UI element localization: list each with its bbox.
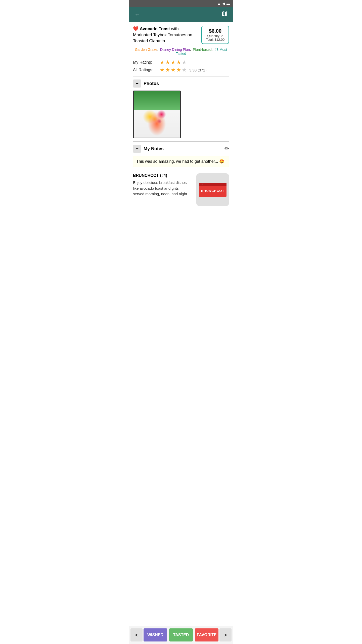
divider-2	[133, 141, 229, 142]
my-rating-stars: ★ ★ ★ ★ ★	[160, 59, 187, 66]
photos-collapse-button[interactable]: −	[133, 79, 141, 88]
star-a4: ★	[176, 67, 181, 73]
photos-header-left: − Photos	[133, 79, 159, 88]
restaurant-name: BRUNCHCOT (#4)	[133, 173, 193, 178]
all-rating-row: All Ratings: ★ ★ ★ ★ ★ 3.38 (371)	[133, 67, 229, 73]
star-a3: ★	[171, 67, 176, 73]
star-3: ★	[171, 59, 176, 66]
star-1: ★	[160, 59, 165, 66]
all-rating-count: 3.38 (371)	[189, 68, 206, 72]
photo-image	[134, 91, 180, 138]
star-5: ★	[182, 59, 187, 66]
tag-dining-plan[interactable]: Disney Dining Plan	[160, 48, 190, 52]
item-quantity: Quantity: 2	[205, 34, 225, 38]
photo-container[interactable]	[133, 91, 229, 138]
map-button[interactable]	[219, 9, 229, 20]
restaurant-section: BRUNCHCOT (#4) Enjoy delicious breakfast…	[133, 173, 229, 206]
fork-icon: 🍴	[201, 183, 204, 186]
battery-icon: ▬	[227, 2, 230, 6]
signal-icon: ◀	[222, 2, 225, 6]
item-title: ❤️ Avocado Toast with Marinated Toybox T…	[133, 26, 201, 44]
divider-1	[133, 76, 229, 76]
restaurant-logo[interactable]: 🍴 BRUNCHCOT	[196, 173, 229, 206]
tags-row: Garden Graze, Disney Dining Plan, Plant-…	[133, 48, 229, 56]
price-box: $6.00 Quantity: 2 Total: $12.00	[201, 26, 229, 44]
all-rating-label: All Ratings:	[133, 68, 158, 72]
notes-content[interactable]: This was so amazing, we had to get anoth…	[133, 156, 229, 167]
photos-section-header: − Photos	[133, 79, 229, 88]
star-a2: ★	[165, 67, 170, 73]
restaurant-description: Enjoy delicious breakfast dishes like av…	[133, 180, 193, 197]
photos-title: Photos	[144, 81, 159, 86]
all-rating-stars: ★ ★ ★ ★ ★	[160, 67, 187, 73]
heart-icon: ❤️	[133, 26, 139, 31]
notes-title: My Notes	[144, 146, 164, 151]
star-a1: ★	[160, 67, 165, 73]
notes-header-left: − My Notes	[133, 145, 164, 153]
tag-plant-based[interactable]: Plant-based	[193, 48, 212, 52]
tag-garden-graze[interactable]: Garden Graze	[135, 48, 157, 52]
item-price: $6.00	[205, 28, 225, 34]
notes-section-header: − My Notes ✏	[133, 145, 229, 153]
item-total: Total: $12.00	[205, 38, 225, 42]
my-rating-label: My Rating:	[133, 60, 158, 65]
brunchcot-logo-text: BRUNCHCOT	[201, 189, 224, 193]
star-2: ★	[165, 59, 170, 66]
ratings-section: My Rating: ★ ★ ★ ★ ★ All Ratings: ★ ★ ★ …	[133, 59, 229, 73]
brunchcot-logo-box: 🍴 BRUNCHCOT	[199, 183, 227, 197]
status-bar: ▲ ◀ ▬	[129, 0, 233, 7]
app-header: ←	[129, 7, 233, 22]
notes-edit-icon[interactable]: ✏	[224, 145, 229, 152]
item-name-bold: Avocado Toast	[140, 26, 170, 31]
back-button[interactable]: ←	[133, 10, 142, 19]
food-photo	[133, 91, 181, 138]
restaurant-info: BRUNCHCOT (#4) Enjoy delicious breakfast…	[133, 173, 193, 197]
my-rating-row: My Rating: ★ ★ ★ ★ ★	[133, 59, 229, 66]
map-icon	[221, 11, 228, 17]
main-content: ❤️ Avocado Toast with Marinated Toybox T…	[129, 22, 233, 231]
notes-collapse-button[interactable]: −	[133, 145, 141, 153]
star-4: ★	[176, 59, 181, 66]
title-row: ❤️ Avocado Toast with Marinated Toybox T…	[133, 26, 229, 44]
divider-3	[133, 170, 229, 170]
star-a5: ★	[182, 67, 187, 73]
wifi-icon: ▲	[217, 2, 221, 6]
